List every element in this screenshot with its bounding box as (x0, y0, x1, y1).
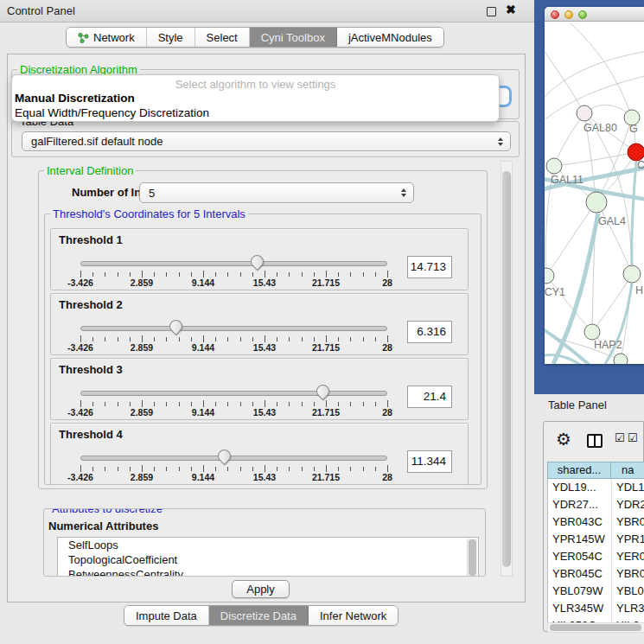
threshold-2-value-field[interactable]: 6.316 (407, 321, 452, 343)
dropdown-option-manual-discretization[interactable]: Manual Discretization (15, 92, 135, 105)
node-gal11[interactable] (546, 158, 562, 174)
network-canvas[interactable]: GAL80 G C GAL11 GAL4 GCY1 H HAP2 (545, 22, 644, 364)
slider-tick (363, 272, 364, 277)
cell-name: YER0 (616, 548, 644, 565)
column-header-shared-name[interactable]: shared... (547, 462, 610, 479)
split-view-icon[interactable] (587, 434, 603, 448)
mac-minimize-light[interactable] (564, 10, 573, 19)
slider-tick (289, 467, 290, 471)
slider-tick (105, 272, 105, 277)
slider-tick (265, 400, 265, 407)
slider-scale-label: -3.426 (59, 407, 102, 418)
tab-infer-network[interactable]: Infer Network (309, 606, 398, 625)
network-icon (78, 32, 89, 43)
threshold-3-value-field[interactable]: 21.4 (407, 386, 452, 408)
slider-tick (130, 337, 131, 341)
table-row[interactable]: YPR145WYPR1 (548, 531, 644, 548)
slider-scale-label: -3.426 (59, 342, 102, 353)
dropdown-option-equal-width-frequency[interactable]: Equal Width/Frequency Discretization (15, 106, 209, 119)
slider-tick (387, 335, 388, 342)
slider-tick (80, 465, 81, 472)
table-row[interactable]: YBR043CYBR0 (548, 513, 644, 531)
tab-label: Network (93, 31, 135, 44)
gear-icon[interactable]: ⚙ (556, 430, 571, 449)
table-row[interactable]: YER054CYER0 (548, 548, 644, 565)
slider-tick (338, 467, 339, 471)
slider-tick (240, 467, 241, 471)
slider-tick (80, 335, 81, 342)
node-bottom-partial[interactable] (614, 354, 628, 364)
table-row[interactable]: YDL19...YDL1 (548, 479, 644, 496)
table-row[interactable]: YLR345WYLR3 (548, 600, 644, 617)
table-row[interactable]: YBR045CYBR0 (548, 565, 644, 583)
node-gal80[interactable] (577, 105, 592, 121)
slider-scale-label: 9.144 (182, 472, 225, 482)
slider-scale-label: 9.144 (182, 277, 225, 288)
tab-jactivemnodules[interactable]: jActiveMNodules (337, 28, 443, 47)
slider-scale-label: 21.715 (304, 277, 348, 288)
slider-tick (314, 337, 315, 341)
table-hscrollbar-track[interactable] (547, 622, 644, 633)
checkbox-icon[interactable]: ☑ (628, 431, 638, 444)
slider-tick (191, 272, 192, 277)
node-hap2[interactable] (584, 324, 600, 340)
node-gcy1[interactable] (545, 268, 554, 284)
table-data-select[interactable]: galFiltered.sif default node (22, 131, 511, 151)
control-panel-titlebar: Control Panel ✖ (0, 0, 534, 22)
slider-tick (227, 337, 228, 341)
node-partial-right[interactable] (623, 265, 641, 283)
slider-tick (92, 467, 93, 471)
table-row[interactable]: YBL079WYBL0 (548, 583, 644, 600)
attributes-list-scrollbar-thumb[interactable] (469, 539, 476, 576)
mac-close-light[interactable] (551, 10, 559, 19)
attribute-item-selfloops[interactable]: SelfLoops (58, 538, 478, 552)
tab-cyni-toolbox[interactable]: Cyni Toolbox (250, 28, 337, 47)
apply-button[interactable]: Apply (232, 580, 290, 598)
close-icon[interactable]: ✖ (506, 3, 516, 16)
cell-shared-name: YER054C (552, 548, 603, 565)
checkbox-icon[interactable]: ☑ (615, 431, 625, 444)
slider-tick (387, 465, 388, 472)
threshold-1-value-field[interactable]: 14.713 (407, 256, 452, 278)
slider-tick (105, 402, 105, 406)
table-hscrollbar-thumb[interactable] (550, 624, 641, 631)
slider-tick (179, 402, 180, 406)
number-of-intervals-select[interactable]: 5 (139, 182, 414, 203)
table-row[interactable]: YDR27...YDR2 (548, 496, 644, 513)
network-window-titlebar (545, 7, 644, 22)
column-header-name[interactable]: na (610, 462, 644, 479)
network-window: GAL80 G C GAL11 GAL4 GCY1 H HAP2 (545, 7, 644, 364)
node-label-gcy1: GCY1 (545, 286, 565, 298)
attribute-item-topologicalcoefficient[interactable]: TopologicalCoefficient (58, 552, 478, 567)
mac-zoom-light[interactable] (578, 10, 587, 19)
threshold-4-value-field[interactable]: 11.344 (407, 450, 452, 473)
slider-scale-label: 15.43 (243, 407, 286, 418)
cell-name: YPR1 (616, 531, 644, 548)
bottom-tab-bar: Impute DataDiscretize DataInfer Network (124, 605, 399, 626)
attribute-item-betweennesscentrality[interactable]: BetweennessCentrality (58, 567, 478, 577)
slider-tick (215, 402, 216, 406)
tab-label: Style (158, 31, 183, 44)
algorithm-dropdown-popup: Select algorithm to view settings Manual… (11, 74, 500, 122)
tab-label: Infer Network (320, 609, 386, 622)
tab-network[interactable]: Network (67, 28, 147, 47)
slider-tick (252, 272, 253, 277)
slider-tick (350, 337, 351, 341)
slider-tick (338, 402, 339, 406)
tab-discretize-data[interactable]: Discretize Data (209, 606, 309, 625)
numerical-attributes-list[interactable]: SelfLoopsTopologicalCoefficientBetweenne… (57, 537, 479, 577)
slider-tick (289, 337, 290, 341)
tab-label: Select (207, 31, 238, 44)
node-red-selected[interactable] (628, 143, 644, 161)
slider-tick (154, 467, 155, 471)
node-gal4[interactable] (586, 192, 607, 213)
tab-style[interactable]: Style (147, 28, 195, 47)
float-window-icon[interactable] (487, 7, 496, 16)
tab-impute-data[interactable]: Impute Data (124, 606, 209, 625)
attributes-list-scrollbar[interactable] (467, 539, 477, 577)
slider-tick (375, 337, 376, 341)
slider-tick (314, 272, 315, 277)
settings-scrollbar-thumb[interactable] (502, 171, 511, 567)
attributes-group: Attributes to discretize Numerical Attri… (43, 508, 486, 577)
tab-select[interactable]: Select (195, 28, 250, 47)
